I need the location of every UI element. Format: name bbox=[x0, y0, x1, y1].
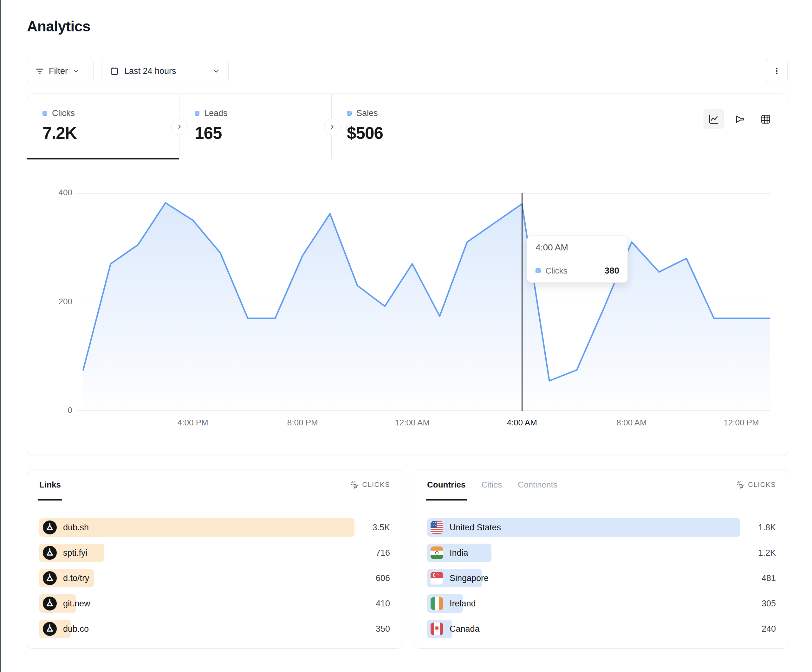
x-axis-tick: 12:00 AM bbox=[377, 418, 447, 428]
table-view-button[interactable] bbox=[756, 109, 776, 129]
dub-logo-icon bbox=[43, 546, 57, 560]
chevron-right-icon bbox=[176, 123, 183, 130]
links-list: dub.sh 3.5K spti.fyi 716 d.to/try bbox=[27, 500, 402, 638]
table-row[interactable]: git.new 410 bbox=[39, 594, 390, 613]
expand-clicks-button[interactable] bbox=[171, 119, 188, 135]
tooltip-value: 380 bbox=[604, 266, 619, 276]
clicks-value: 7.2K bbox=[43, 123, 179, 143]
country-label: India bbox=[450, 548, 468, 558]
tab-cities[interactable]: Cities bbox=[481, 469, 502, 500]
table-row[interactable]: Canada 240 bbox=[427, 620, 776, 638]
tab-links[interactable]: Links bbox=[39, 469, 61, 500]
clicks-label: Clicks bbox=[52, 108, 75, 118]
filter-button[interactable]: Filter bbox=[27, 59, 94, 84]
link-label: d.to/try bbox=[63, 573, 89, 583]
leads-legend-icon bbox=[194, 111, 200, 116]
country-clicks-value: 1.8K bbox=[749, 523, 776, 532]
link-label: dub.co bbox=[63, 624, 89, 634]
clicks-area-chart[interactable] bbox=[77, 193, 770, 411]
countries-list: United States 1.8K India 1.2K Singapore bbox=[415, 500, 788, 638]
tab-countries-label: Countries bbox=[427, 480, 466, 490]
funnel-chart-icon bbox=[734, 113, 745, 125]
sales-legend-icon bbox=[347, 111, 351, 116]
filter-button-label: Filter bbox=[49, 66, 68, 76]
links-metric[interactable]: CLICKS bbox=[350, 481, 390, 489]
date-range-label: Last 24 hours bbox=[124, 66, 176, 76]
dub-logo-icon bbox=[43, 597, 57, 611]
leads-label: Leads bbox=[204, 108, 228, 118]
link-label: spti.fyi bbox=[63, 548, 87, 558]
country-clicks-value: 1.2K bbox=[749, 548, 776, 558]
analytics-card: Clicks 7.2K Leads 165 Sales $506 bbox=[27, 94, 788, 455]
table-row[interactable]: Singapore 481 bbox=[427, 569, 776, 587]
line-chart-icon bbox=[708, 113, 720, 125]
link-clicks-value: 350 bbox=[363, 624, 390, 634]
link-clicks-value: 716 bbox=[363, 548, 390, 558]
countries-metric-label: CLICKS bbox=[748, 481, 776, 489]
country-clicks-value: 305 bbox=[749, 599, 776, 609]
tab-continents[interactable]: Continents bbox=[518, 469, 557, 500]
line-chart-view-button[interactable] bbox=[704, 109, 724, 129]
link-clicks-value: 3.5K bbox=[363, 523, 390, 532]
india-flag-icon bbox=[431, 546, 443, 559]
us-flag-icon bbox=[431, 521, 443, 534]
y-axis-tick-200: 200 bbox=[44, 297, 72, 307]
country-clicks-value: 481 bbox=[749, 573, 776, 583]
country-label: United States bbox=[450, 523, 501, 532]
table-row[interactable]: Ireland 305 bbox=[427, 594, 776, 613]
link-clicks-value: 410 bbox=[363, 599, 390, 609]
table-row[interactable]: spti.fyi 716 bbox=[39, 544, 390, 562]
filter-icon bbox=[35, 66, 44, 76]
table-row[interactable]: d.to/try 606 bbox=[39, 569, 390, 587]
date-range-button[interactable]: Last 24 hours bbox=[101, 59, 229, 84]
link-label: git.new bbox=[63, 599, 90, 609]
country-label: Singapore bbox=[450, 573, 489, 583]
links-panel: Links CLICKS dub.sh 3.5K spt bbox=[27, 469, 403, 648]
window-edge bbox=[0, 0, 1, 672]
clicks-legend-icon bbox=[536, 268, 541, 273]
cursor-click-icon bbox=[350, 481, 359, 489]
tab-clicks[interactable]: Clicks 7.2K bbox=[27, 94, 179, 159]
countries-panel: Countries Cities Continents CLICKS Unite… bbox=[415, 469, 788, 648]
page-title: Analytics bbox=[27, 18, 90, 35]
links-metric-label: CLICKS bbox=[362, 481, 390, 489]
crosshair-line bbox=[522, 193, 522, 411]
tooltip-series-label: Clicks bbox=[545, 266, 600, 276]
more-options-button[interactable] bbox=[766, 59, 788, 84]
tab-links-label: Links bbox=[39, 480, 61, 490]
tooltip-time: 4:00 AM bbox=[527, 236, 628, 259]
tab-continents-label: Continents bbox=[518, 480, 557, 490]
x-axis-tick: 8:00 AM bbox=[597, 418, 667, 428]
table-row[interactable]: United States 1.8K bbox=[427, 518, 776, 537]
kebab-menu-icon bbox=[773, 67, 781, 75]
table-row[interactable]: India 1.2K bbox=[427, 544, 776, 562]
countries-metric[interactable]: CLICKS bbox=[736, 481, 776, 489]
chevron-right-icon bbox=[329, 123, 336, 130]
expand-leads-button[interactable] bbox=[324, 119, 341, 135]
calendar-icon bbox=[110, 66, 119, 76]
clicks-legend-icon bbox=[43, 111, 47, 116]
tab-leads[interactable]: Leads 165 bbox=[179, 94, 332, 159]
tab-cities-label: Cities bbox=[481, 480, 502, 490]
x-axis-tick-highlighted: 4:00 AM bbox=[487, 418, 557, 428]
stat-tabs: Clicks 7.2K Leads 165 Sales $506 bbox=[27, 94, 788, 159]
country-label: Canada bbox=[450, 624, 480, 634]
area-fill bbox=[83, 203, 770, 411]
chevron-down-icon bbox=[212, 67, 220, 75]
chart-view-toggle bbox=[704, 109, 776, 129]
dub-logo-icon bbox=[43, 622, 57, 636]
table-row[interactable]: dub.co 350 bbox=[39, 620, 390, 638]
tab-countries[interactable]: Countries bbox=[427, 469, 466, 500]
country-clicks-value: 240 bbox=[749, 624, 776, 634]
dub-logo-icon bbox=[43, 520, 57, 534]
x-axis-tick: 8:00 PM bbox=[268, 418, 337, 428]
x-axis-tick: 12:00 PM bbox=[706, 418, 776, 428]
ireland-flag-icon bbox=[431, 597, 443, 610]
dub-logo-icon bbox=[43, 571, 57, 585]
table-row[interactable]: dub.sh 3.5K bbox=[39, 518, 390, 537]
funnel-chart-view-button[interactable] bbox=[730, 109, 750, 129]
country-label: Ireland bbox=[450, 599, 476, 609]
table-grid-icon bbox=[760, 113, 771, 125]
canada-flag-icon bbox=[431, 623, 443, 635]
link-clicks-value: 606 bbox=[363, 573, 390, 583]
